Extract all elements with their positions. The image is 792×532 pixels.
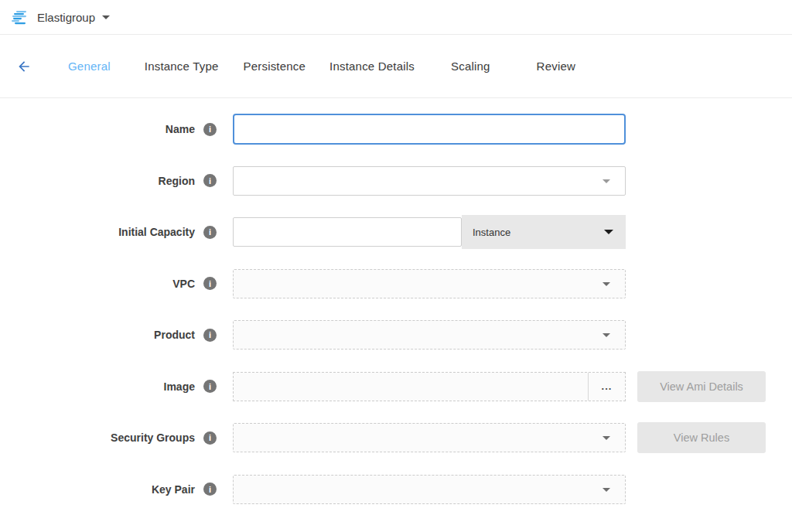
form-row-image: Image i ... View Ami Details	[0, 371, 792, 402]
product-info-icon[interactable]: i	[203, 329, 217, 342]
tab-instance-type[interactable]: Instance Type	[145, 60, 219, 73]
key-pair-info-icon[interactable]: i	[203, 483, 217, 496]
product-select[interactable]	[233, 320, 626, 350]
key-pair-select[interactable]	[233, 475, 626, 504]
app-title-dropdown-caret-icon[interactable]	[102, 15, 110, 19]
key-pair-caret-icon	[603, 488, 610, 492]
product-caret-icon	[603, 333, 610, 337]
capacity-unit-value: Instance	[473, 227, 510, 238]
region-label: Region	[0, 175, 195, 187]
app-title[interactable]: Elastigroup	[37, 11, 95, 24]
tab-general[interactable]: General	[68, 60, 111, 73]
image-value[interactable]	[234, 373, 588, 401]
view-rules-button[interactable]: View Rules	[637, 422, 766, 453]
tab-persistence[interactable]: Persistence	[244, 60, 306, 73]
app-header: Elastigroup	[0, 0, 792, 35]
region-info-icon[interactable]: i	[203, 174, 217, 187]
initial-capacity-input[interactable]	[233, 217, 462, 247]
capacity-unit-caret-icon	[604, 230, 613, 234]
vpc-select[interactable]	[233, 269, 626, 298]
form-row-vpc: VPC i	[0, 268, 792, 299]
tab-review[interactable]: Review	[537, 60, 575, 73]
wizard-tabs-bar: General Instance Type Persistence Instan…	[0, 35, 792, 98]
view-ami-details-button[interactable]: View Ami Details	[637, 371, 766, 402]
tab-scaling[interactable]: Scaling	[451, 60, 490, 73]
vpc-label: VPC	[0, 278, 195, 290]
form-row-initial-capacity: Initial Capacity i Instance	[0, 217, 792, 247]
image-picker: ...	[233, 372, 626, 401]
initial-capacity-info-icon[interactable]: i	[203, 226, 217, 239]
name-info-icon[interactable]: i	[203, 123, 217, 136]
name-label: Name	[0, 123, 195, 135]
security-groups-caret-icon	[603, 436, 610, 440]
region-select[interactable]	[233, 166, 626, 196]
product-label: Product	[0, 329, 195, 341]
security-groups-select[interactable]	[233, 423, 626, 452]
form-row-name: Name i	[0, 114, 792, 145]
vpc-caret-icon	[603, 282, 610, 286]
form-row-product: Product i	[0, 319, 792, 350]
elastigroup-logo-icon	[11, 9, 28, 26]
form-row-region: Region i	[0, 165, 792, 196]
image-info-icon[interactable]: i	[203, 380, 217, 393]
general-settings-form: Name i Region i Initial Capacity i Insta…	[0, 98, 792, 505]
wizard-tabs: General Instance Type Persistence Instan…	[68, 60, 575, 73]
form-row-security-groups: Security Groups i View Rules	[0, 422, 792, 453]
region-caret-icon	[603, 179, 610, 183]
back-arrow-button[interactable]	[15, 58, 32, 75]
security-groups-label: Security Groups	[0, 431, 195, 444]
tab-instance-details[interactable]: Instance Details	[329, 60, 415, 73]
initial-capacity-label: Initial Capacity	[0, 226, 195, 238]
form-row-key-pair: Key Pair i	[0, 474, 792, 505]
image-browse-button[interactable]: ...	[588, 373, 625, 401]
key-pair-label: Key Pair	[0, 483, 195, 496]
image-label: Image	[0, 380, 195, 393]
capacity-unit-select[interactable]: Instance	[462, 215, 626, 249]
vpc-info-icon[interactable]: i	[203, 277, 217, 290]
name-input[interactable]	[233, 114, 626, 145]
security-groups-info-icon[interactable]: i	[203, 431, 217, 445]
